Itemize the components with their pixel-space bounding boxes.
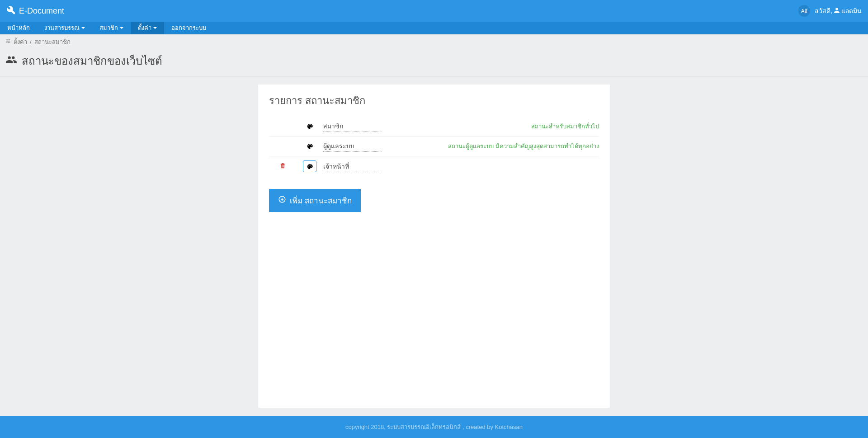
brand[interactable]: E-Document <box>6 5 64 17</box>
status-name-input[interactable] <box>323 161 382 172</box>
nav-settings[interactable]: ตั้งค่า <box>131 22 164 34</box>
nav-logout[interactable]: ออกจากระบบ <box>164 22 213 34</box>
plus-circle-icon <box>278 195 286 206</box>
app-header: E-Document Aอั สวัสดี, แอดมิน <box>0 0 868 22</box>
nav-members-label: สมาชิก <box>99 23 118 33</box>
content-area: รายการ สถานะสมาชิก สถานะสำหรับสมาชิกทั่ว… <box>0 76 868 416</box>
status-name-input[interactable] <box>323 141 382 152</box>
nav-edoc[interactable]: งานสารบรรณ <box>37 22 92 34</box>
nav-home[interactable]: หน้าหลัก <box>0 22 37 34</box>
page-title-text: สถานะของสมาชิกของเว็บไซต์ <box>22 52 162 70</box>
add-status-label: เพิ่ม สถานะสมาชิก <box>290 194 352 207</box>
status-description: สถานะสำหรับสมาชิกทั่วไป <box>400 122 599 131</box>
header-right: Aอั สวัสดี, แอดมิน <box>798 5 862 17</box>
greeting[interactable]: สวัสดี, แอดมิน <box>815 6 862 16</box>
chevron-down-icon <box>81 27 85 29</box>
status-row <box>269 156 599 176</box>
user-name: แอดมิน <box>841 6 862 16</box>
users-icon <box>5 54 17 68</box>
navbar: หน้าหลัก งานสารบรรณ สมาชิก ตั้งค่า ออกจา… <box>0 22 868 34</box>
breadcrumb-status[interactable]: สถานะสมาชิก <box>34 37 71 47</box>
wrench-icon <box>6 5 15 17</box>
page-title: สถานะของสมาชิกของเว็บไซต์ <box>5 52 863 70</box>
nav-members[interactable]: สมาชิก <box>92 22 131 34</box>
breadcrumb: ตั้งค่า / สถานะสมาชิก <box>0 34 868 49</box>
status-panel: รายการ สถานะสมาชิก สถานะสำหรับสมาชิกทั่ว… <box>258 85 610 408</box>
page-title-bar: สถานะของสมาชิกของเว็บไซต์ <box>0 49 868 76</box>
breadcrumb-sep: / <box>30 38 32 45</box>
greet-prefix: สวัสดี, <box>815 6 832 16</box>
color-swatch[interactable] <box>303 160 316 172</box>
chevron-down-icon <box>153 27 157 29</box>
user-icon <box>834 7 840 15</box>
status-row: สถานะสำหรับสมาชิกทั่วไป <box>269 117 599 137</box>
add-status-button[interactable]: เพิ่ม สถานะสมาชิก <box>269 189 361 212</box>
status-row: สถานะผู้ดูแลระบบ มีความสำคัญสูงสุดสามารถ… <box>269 137 599 156</box>
footer-text: copyright 2018, ระบบสารบรรณอิเล็กทรอนิกส… <box>345 424 523 430</box>
nav-settings-label: ตั้งค่า <box>138 23 151 33</box>
brand-text: E-Document <box>19 6 64 16</box>
chevron-down-icon <box>120 27 123 29</box>
panel-title: รายการ สถานะสมาชิก <box>269 93 599 108</box>
status-name-input[interactable] <box>323 121 382 132</box>
breadcrumb-settings[interactable]: ตั้งค่า <box>14 37 27 47</box>
nav-logout-label: ออกจากระบบ <box>171 23 206 33</box>
color-swatch[interactable] <box>303 141 316 152</box>
nav-home-label: หน้าหลัก <box>7 23 30 33</box>
status-description: สถานะผู้ดูแลระบบ มีความสำคัญสูงสุดสามารถ… <box>400 141 599 151</box>
settings-icon <box>5 38 11 45</box>
footer: copyright 2018, ระบบสารบรรณอิเล็กทรอนิกส… <box>0 416 868 438</box>
language-button[interactable]: Aอั <box>798 5 810 17</box>
nav-edoc-label: งานสารบรรณ <box>44 23 80 33</box>
color-swatch[interactable] <box>303 121 316 132</box>
delete-button[interactable] <box>279 162 286 170</box>
